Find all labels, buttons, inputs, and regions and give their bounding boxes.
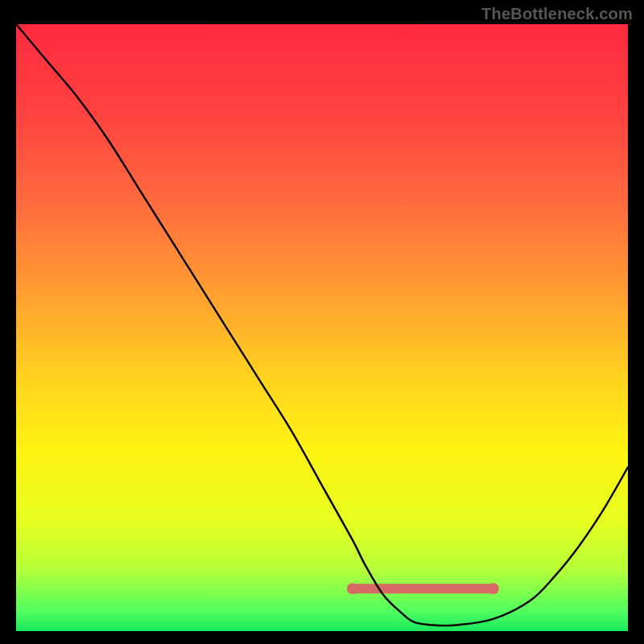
plot-area xyxy=(16,24,628,631)
gradient-background xyxy=(16,24,628,631)
chart-stage: TheBottleneck.com xyxy=(0,0,644,644)
highlight-dot xyxy=(347,583,358,594)
watermark-text: TheBottleneck.com xyxy=(481,5,633,23)
bottleneck-chart xyxy=(16,24,628,631)
highlight-dot xyxy=(488,583,499,594)
